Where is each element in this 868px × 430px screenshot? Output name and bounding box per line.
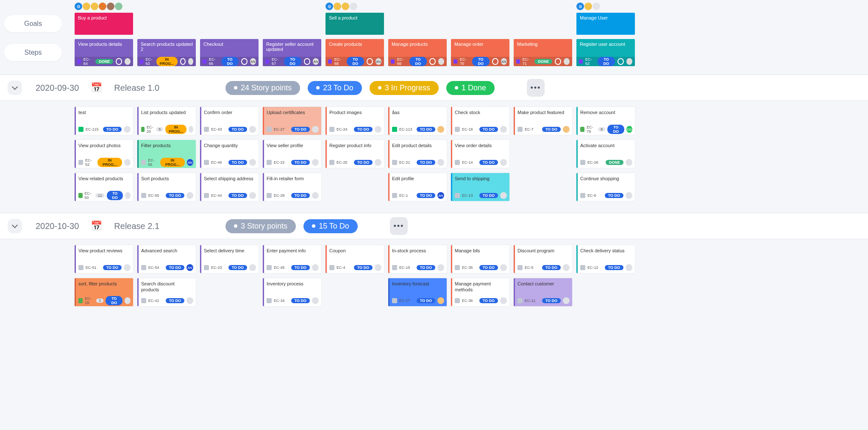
story-card[interactable]: Continue shoppingEC-8TO DO [576,173,635,201]
story-card[interactable]: In-stock processEC-15TO DO [388,245,447,273]
story-footer: EC-17TO DO [392,297,444,304]
status-badge: DONE [534,59,552,64]
story-footer: EC-23TO DO [204,264,256,271]
story-points-badge: 8 [598,127,605,131]
assignee-avatar: AN [501,58,507,65]
assignee-avatar [124,126,131,133]
release-date[interactable]: 2020-09-30 [30,80,85,96]
goal-card[interactable]: Manage User [576,13,635,35]
assignee-avatar [249,192,256,199]
avatar [99,3,106,10]
story-card[interactable]: Confirm orderEC-43TO DO [200,107,259,135]
goals-label: Goals [4,15,62,32]
story-card[interactable]: CouponEC-4TO DO [326,245,384,273]
story-card[interactable]: View order detailsEC-14TO DO [451,140,509,168]
story-card[interactable]: Upload certificatesEC-27TO DO [263,107,321,135]
story-card[interactable]: sort, filter productsEC-193TO DO [75,278,133,306]
avatar-cell [388,3,447,11]
story-card[interactable]: Fill-in retailer formEC-28TO DO [263,173,321,201]
story-card[interactable]: testEC-115TO DO [75,107,133,135]
story-card[interactable]: Select shipping addressEC-44TO DO [200,173,259,201]
story-card[interactable]: Inventory processEC-16TO DO [263,278,321,306]
settings-icon[interactable]: ⚙ [326,3,333,10]
story-card[interactable]: Remove accountEC-798TO DODD [576,107,635,135]
story-card[interactable]: Inventory forecastEC-17TO DO [388,278,447,306]
story-card[interactable]: Sort productsEC-55TO DO [137,173,196,201]
story-title: List products updated [141,109,193,115]
story-card[interactable]: Product imagesEC-24TO DO [326,107,384,135]
step-footer: EC-68TO DOAN [326,57,384,66]
story-card[interactable]: Manage bilsEC-35TO DO [451,245,509,273]
story-footer: EC-4TO DO [329,264,381,271]
story-card[interactable]: Check delivery statusEC-12TO DO [576,245,635,273]
calendar-icon[interactable]: 📅 [91,82,102,93]
story-card[interactable]: Advanced searchEC-54TO DOAN [137,245,196,273]
story-card[interactable]: Edit profileEC-1TO DOAN [388,173,447,201]
story-card[interactable]: Activate accountEC-26DONE [576,140,635,168]
story-footer: EC-52IN PROG... [78,159,131,166]
assignee-avatar [563,126,570,133]
step-card[interactable]: Register seller account updatedEC-67TO D… [263,39,321,66]
story-card[interactable]: Manage payment methodsEC-36TO DO [451,278,509,306]
settings-icon[interactable]: ⚙ [75,3,82,10]
story-card[interactable]: Discount programEC-5TO DO [514,245,572,273]
story-card[interactable]: View product reviewsEC-51TO DO [75,245,133,273]
step-card[interactable]: CheckoutEC-66TO DOAN [200,39,259,66]
dot-icon [234,86,237,89]
story-title: In-stock process [392,248,444,254]
story-card[interactable]: åasEC-113TO DO [388,107,447,135]
release-more-button[interactable]: ••• [390,217,408,235]
calendar-icon[interactable]: 📅 [91,221,102,232]
story-card[interactable]: Search discount productsEC-41TO DO [137,278,196,306]
story-card[interactable]: Send to shippingEC-13TO DO [451,173,509,201]
avatar [115,3,122,10]
story-card[interactable]: Regster product infoEC-25TO DO [326,140,384,168]
story-card[interactable]: Edit product detailsEC-21TO DO [388,140,447,168]
release-date[interactable]: 2020-10-30 [30,218,85,235]
status-badge: TO DO [291,160,310,165]
goal-card[interactable]: Sell a product [326,13,384,35]
story-footer: EC-43TO DO [204,126,256,133]
goal-card[interactable]: Buy a product [75,13,133,35]
step-card[interactable]: MarketingEC-71DONE [514,39,572,66]
story-card[interactable]: View product photosEC-52IN PROG... [75,140,133,168]
assignee-avatar: AN [376,58,381,65]
settings-icon[interactable]: ⚙ [576,3,584,10]
story-card[interactable]: Change quantityEC-46TO DO [200,140,259,168]
story-card[interactable]: Check stockEC-18TO DO [451,107,509,135]
step-card[interactable]: Register user accountEC-62TO DO [576,39,635,66]
story-column: Check stockEC-18TO DOView order detailsE… [451,107,509,201]
step-card[interactable]: Search products updated 2EC-63IN PROG... [137,39,196,66]
step-title: Search products updated 2 [141,42,196,52]
story-card[interactable]: View seller profileEC-22TO DO [263,140,321,168]
story-card[interactable]: List products updatedEC-205IN PROG... [137,107,196,135]
assignee-avatar [500,159,507,166]
story-card[interactable]: Filter productsEC-56IN PROG...AN [137,140,196,168]
story-title: Sort products [141,176,193,181]
story-card[interactable]: Select delivery timeEC-23TO DO [200,245,259,273]
release-toggle[interactable] [8,219,22,233]
avatar-row: ⚙⚙⚙ [75,3,868,13]
issue-id: EC-11 [525,299,536,303]
story-card[interactable]: Enter payment infoEC-45TO DO [263,245,321,273]
issue-id: EC-17 [399,299,410,303]
story-card[interactable]: Contact customerEC-11TO DO [514,278,572,306]
step-card[interactable]: Manage productsEC-69TO DO [388,39,447,66]
step-card[interactable]: Manage orderEC-70TO DOAN [451,39,509,66]
story-card[interactable]: Make product featuredEC-7TO DO [514,107,572,135]
story-title: Upload certificates [267,109,319,115]
issue-id: EC-55 [148,193,159,198]
goal-title: Sell a product [329,15,357,20]
story-card[interactable]: View related productsEC-5011TO DO [75,173,133,201]
story-footer: EC-11TO DO [517,297,570,304]
step-card[interactable]: View products detailsEC-64DONE [75,39,133,66]
assignee-avatar [626,58,632,65]
step-card[interactable]: Create productsEC-68TO DOAN [326,39,384,66]
chevron-down-icon [12,84,18,90]
release-name: Release 1.0 [114,83,159,93]
release-toggle[interactable] [8,81,22,95]
release-more-button[interactable]: ••• [527,79,545,97]
issue-id: EC-79 [587,125,596,134]
story-title: Select delivery time [204,248,256,254]
story-title: View product reviews [78,248,131,254]
